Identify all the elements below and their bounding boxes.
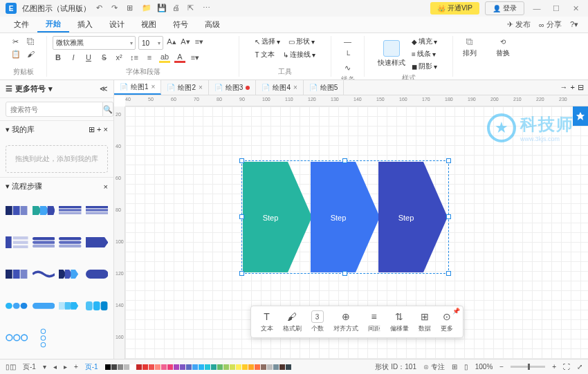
login-button[interactable]: 👤 登录 [485,1,524,15]
shape-thumb[interactable] [59,232,82,252]
redo-icon[interactable]: ↷ [111,3,121,13]
publish-button[interactable]: ✈ 发布 [503,19,535,30]
color-swatch[interactable] [130,364,136,370]
doc-tab[interactable]: 📄 绘图1 × [114,80,161,95]
search-input[interactable] [6,102,103,117]
doc-tab[interactable]: 📄 绘图4 × [256,80,303,95]
shadow-button[interactable]: ◼ 阴影▾ [410,61,439,72]
line-elbow-icon[interactable]: └ [342,49,353,60]
page-indicator[interactable]: 页-1 [23,362,36,372]
menu-symbol[interactable]: 符号 [165,17,196,32]
color-swatch[interactable] [180,364,185,370]
increase-font-icon[interactable]: A▴ [166,36,177,47]
shape-thumb[interactable] [6,232,28,252]
decrease-font-icon[interactable]: A▾ [180,36,191,47]
zoom-slider[interactable] [511,366,545,368]
menu-file[interactable]: 文件 [6,17,37,32]
color-swatch[interactable] [143,364,148,370]
color-swatch[interactable] [136,364,142,370]
menu-design[interactable]: 设计 [101,17,133,32]
ft-pin-icon[interactable]: 📌 [452,308,460,315]
help-button[interactable]: ?▾ [566,20,582,29]
search-icon[interactable]: 🔍 [103,102,113,117]
shape-thumb[interactable] [86,200,109,220]
shape-thumb[interactable] [33,328,55,348]
shape-thumb[interactable] [86,232,109,252]
color-swatch[interactable] [149,364,154,370]
color-swatch[interactable] [167,364,173,370]
doc-tab[interactable]: 📄 绘图5 [304,80,344,95]
color-swatch[interactable] [223,364,229,370]
minimize-button[interactable]: — [530,1,544,15]
shape-thumb[interactable] [33,297,55,316]
ft-more[interactable]: ⊙更多 [441,310,453,333]
arrange-button[interactable]: ⿻ 排列 [463,36,477,58]
color-swatch[interactable] [211,364,217,370]
underline-icon[interactable]: U [83,52,94,63]
doc-tab[interactable]: 📄 绘图2 × [161,80,208,95]
shape-tool[interactable]: ▭ 形状▾ [286,36,317,47]
color-swatch[interactable] [273,364,279,370]
more-icon[interactable]: ⋯ [203,3,212,13]
tab-close-icon[interactable]: × [293,84,297,91]
color-swatch[interactable] [279,364,285,370]
line-straight-icon[interactable]: — [342,36,353,47]
color-swatch[interactable] [261,364,266,370]
export-icon[interactable]: ⇱ [187,3,197,13]
shape-thumb[interactable] [33,200,55,220]
tab-close-icon[interactable]: × [151,83,156,91]
color-swatch[interactable] [199,364,204,370]
focus-mode[interactable]: ⊙ 专注 [423,362,445,372]
color-palette[interactable] [105,364,291,370]
shape-thumb[interactable] [6,328,28,348]
copy-icon[interactable]: ⿻ [26,36,37,47]
doc-tab[interactable]: 📄 绘图3 [209,80,257,95]
replace-button[interactable]: ⟲ 替换 [496,36,510,58]
color-swatch[interactable] [255,364,260,370]
my-lib-header[interactable]: ▾ 我的库 [6,124,35,135]
color-swatch[interactable] [155,364,160,370]
ft-align[interactable]: ⊕对齐方式 [333,310,358,333]
menu-advanced[interactable]: 高级 [196,17,228,32]
ft-text[interactable]: T文本 [261,310,273,333]
new-icon[interactable]: ⊞ [127,3,136,13]
color-swatch[interactable] [217,364,223,370]
color-swatch[interactable] [267,364,273,370]
tab-menu-icon[interactable]: ⊟ [578,83,584,92]
bold-icon[interactable]: B [53,52,64,63]
shape-thumb[interactable] [59,200,82,220]
font-name-select[interactable]: 微软雅黑 [53,36,136,50]
lib-add-icon[interactable]: + [97,125,101,133]
zoom-level[interactable]: 100% [475,363,493,371]
menu-start[interactable]: 开始 [37,17,69,32]
shape-thumb[interactable] [6,200,28,220]
lib-grid-icon[interactable]: ⊞ [89,125,95,133]
prev-page-icon[interactable]: ◂ [53,363,57,371]
ft-data[interactable]: ⊞数据 [419,310,431,333]
color-swatch[interactable] [248,364,254,370]
page-tab[interactable]: 页-1 [85,362,98,372]
cut-icon[interactable]: ✂ [10,36,21,47]
vip-button[interactable]: 👑 开通VIP [430,2,479,15]
flow-steps-header[interactable]: ▾ 流程步骤 [6,181,42,191]
shape-thumb[interactable] [6,264,28,283]
line-spacing-icon[interactable]: ↕≡ [129,52,140,63]
tab-add-icon[interactable]: + [571,83,575,92]
menu-insert[interactable]: 插入 [69,17,101,32]
ft-offset[interactable]: ⇅偏移量 [390,310,409,333]
color-swatch[interactable] [230,364,235,370]
selection-box[interactable] [241,160,449,274]
save-icon[interactable]: 💾 [157,3,167,13]
open-icon[interactable]: 📁 [142,3,151,13]
tab-next-icon[interactable]: → [560,83,568,92]
color-swatch[interactable] [111,364,117,370]
strike-icon[interactable]: S̶ [98,52,109,63]
italic-icon[interactable]: I [68,52,79,63]
canvas[interactable]: ★ 科技师 www.3kjs.com Step Step [125,106,588,359]
shape-thumb[interactable] [59,297,82,316]
close-button[interactable]: ✕ [569,1,582,15]
shape-thumb[interactable] [33,264,55,283]
view-grid-icon[interactable]: ⊞ [452,363,457,371]
next-page-icon[interactable]: ▸ [64,363,67,371]
color-swatch[interactable] [174,364,179,370]
